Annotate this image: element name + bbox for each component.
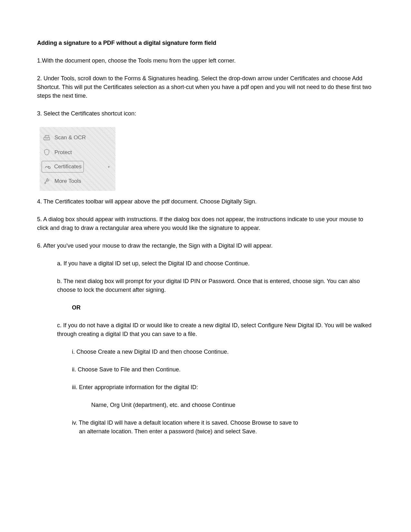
step-6c-iv-line1: iv. The digital ID will have a default l… bbox=[72, 419, 298, 426]
tool-protect: Protect bbox=[40, 145, 115, 160]
step-6c-iv-line2: an alternate location. Then enter a pass… bbox=[72, 427, 374, 436]
step-6c-iii-detail: Name, Org Unit (department), etc. and ch… bbox=[37, 401, 374, 409]
tool-scan-label: Scan & OCR bbox=[54, 133, 86, 142]
chevron-down-icon: ▾ bbox=[108, 164, 110, 169]
step-1: 1.With the document open, choose the Too… bbox=[37, 56, 374, 65]
tool-certificates-label: Certificates bbox=[54, 163, 82, 171]
scanner-icon bbox=[42, 134, 51, 142]
tool-scan-ocr: Scan & OCR bbox=[40, 130, 115, 145]
signature-icon bbox=[44, 163, 52, 171]
step-4: 4. The Certificates toolbar will appear … bbox=[37, 197, 374, 206]
step-6c-i: i. Choose Create a new Digital ID and th… bbox=[37, 348, 374, 356]
step-6c-ii: ii. Choose Save to File and then Continu… bbox=[37, 365, 374, 374]
step-6c-iv: iv. The digital ID will have a default l… bbox=[37, 419, 374, 436]
step-6b: b. The next dialog box will prompt for y… bbox=[37, 277, 374, 294]
step-5: 5. A dialog box should appear with instr… bbox=[37, 215, 374, 232]
or-separator: OR bbox=[37, 303, 374, 312]
tools-panel-screenshot: Scan & OCR Protect Certificates ▾ bbox=[40, 127, 115, 191]
svg-point-3 bbox=[44, 182, 46, 184]
step-6c-iii: iii. Enter appropriate information for t… bbox=[37, 383, 374, 392]
tool-certificates: Certificates ▾ bbox=[42, 161, 113, 172]
tool-more-tools: More Tools bbox=[40, 174, 115, 189]
tool-protect-label: Protect bbox=[54, 148, 72, 157]
step-2: 2. Under Tools, scroll down to the Forms… bbox=[37, 74, 374, 100]
step-6: 6. After you've used your mouse to draw … bbox=[37, 241, 374, 250]
wrench-icon bbox=[42, 177, 51, 185]
step-6a: a. If you have a digital ID set up, sele… bbox=[37, 259, 374, 268]
step-3: 3. Select the Certificates shortcut icon… bbox=[37, 109, 374, 118]
document-title: Adding a signature to a PDF without a di… bbox=[37, 39, 374, 47]
tool-more-label: More Tools bbox=[54, 177, 81, 185]
shield-icon bbox=[42, 148, 51, 156]
step-6c: c. If you do not have a digital ID or wo… bbox=[37, 321, 374, 339]
svg-point-2 bbox=[48, 167, 50, 169]
